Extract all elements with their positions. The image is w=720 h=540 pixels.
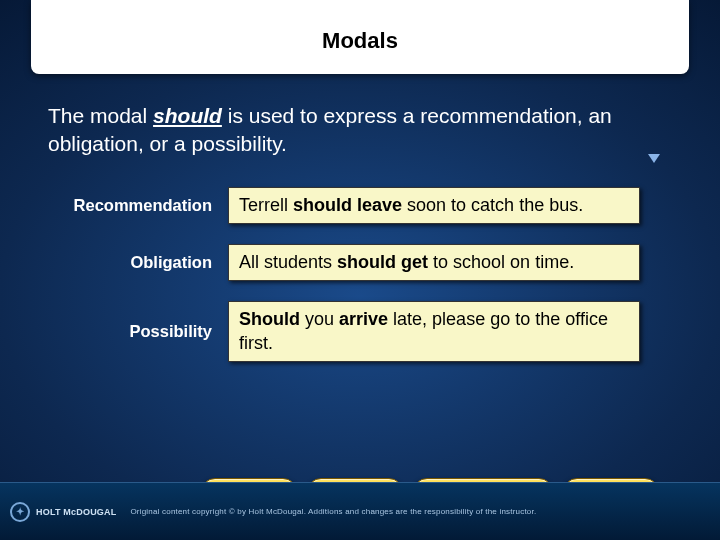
example-row-possibility: Possibility Should you arrive late, plea…	[48, 301, 720, 362]
ex-bold: Should	[239, 309, 300, 329]
intro-modal-word: should	[153, 104, 222, 127]
copyright-text: Original content copyright © by Holt McD…	[130, 507, 536, 516]
ex-text: Terrell	[239, 195, 293, 215]
row-label: Recommendation	[48, 196, 228, 215]
ex-bold: arrive	[339, 309, 388, 329]
example-box: Terrell should leave soon to catch the b…	[228, 187, 640, 224]
ex-text: to school on time.	[428, 252, 574, 272]
example-row-obligation: Obligation All students should get to sc…	[48, 244, 720, 281]
row-label: Obligation	[48, 253, 228, 272]
intro-pre: The modal	[48, 104, 153, 127]
row-label: Possibility	[48, 322, 228, 341]
example-box: Should you arrive late, please go to the…	[228, 301, 640, 362]
brand-logo-icon: ✦	[10, 502, 30, 522]
ex-text: you	[300, 309, 339, 329]
ex-bold: should get	[337, 252, 428, 272]
example-box: All students should get to school on tim…	[228, 244, 640, 281]
example-row-recommendation: Recommendation Terrell should leave soon…	[48, 187, 720, 224]
footer: ✦ HOLT McDOUGAL Original content copyrig…	[0, 482, 720, 540]
brand-area: ✦ HOLT McDOUGAL Original content copyrig…	[10, 502, 536, 522]
reveal-marker-icon	[648, 154, 660, 163]
ex-text: soon to catch the bus.	[402, 195, 583, 215]
title-text: Modals	[322, 28, 398, 53]
ex-bold: should leave	[293, 195, 402, 215]
slide-title: Modals	[31, 0, 689, 74]
examples-area: Recommendation Terrell should leave soon…	[48, 187, 720, 363]
ex-text: All students	[239, 252, 337, 272]
intro-text: The modal should is used to express a re…	[48, 102, 648, 159]
brand-name: HOLT McDOUGAL	[36, 507, 116, 517]
